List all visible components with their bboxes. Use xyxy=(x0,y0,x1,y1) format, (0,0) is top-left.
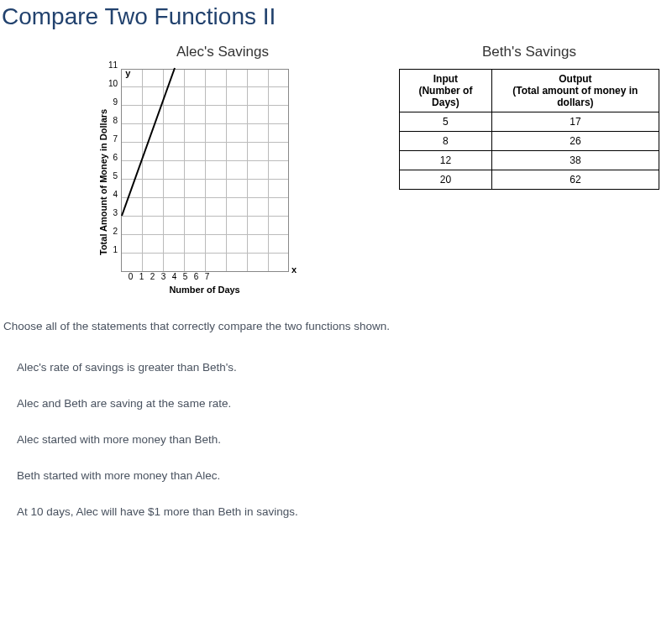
y-tick: 1 xyxy=(108,250,118,269)
answer-option[interactable]: Alec's rate of savings is greater than B… xyxy=(17,349,672,385)
question-prompt: Choose all of the statements that correc… xyxy=(3,320,672,332)
x-tick: 7 xyxy=(192,272,213,281)
data-line xyxy=(122,68,175,216)
y-tick: 5 xyxy=(108,176,118,195)
answer-option[interactable]: At 10 days, Alec will have $1 more than … xyxy=(17,494,672,530)
y-tick: 7 xyxy=(108,139,118,158)
y-tick: 8 xyxy=(108,121,118,139)
table-row: 12 38 xyxy=(400,151,659,170)
y-tick: 2 xyxy=(108,232,118,250)
table-row: 20 62 xyxy=(400,170,659,190)
y-tick: 11 xyxy=(108,65,118,84)
table-cell: 17 xyxy=(491,112,659,132)
y-axis-label: Total Amount of Money in Dollars xyxy=(97,69,108,295)
y-tick: 9 xyxy=(108,102,118,121)
content-row: Alec's Savings Total Amount of Money in … xyxy=(0,44,672,295)
right-column: Beth's Savings Input (Number of Days) Ou… xyxy=(399,44,659,190)
table-cell: 20 xyxy=(400,170,492,190)
y-tick: 10 xyxy=(108,84,118,102)
answer-option[interactable]: Alec and Beth are saving at the same rat… xyxy=(17,385,672,421)
table-row: 8 26 xyxy=(400,132,659,151)
answer-option[interactable]: Alec started with more money than Beth. xyxy=(17,421,672,458)
table-cell: 26 xyxy=(491,132,659,151)
table-cell: 5 xyxy=(400,112,492,132)
x-axis-letter: x xyxy=(291,264,297,275)
y-tick: 4 xyxy=(108,195,118,213)
left-column: Alec's Savings Total Amount of Money in … xyxy=(97,44,349,295)
right-heading: Beth's Savings xyxy=(399,44,659,60)
answer-option[interactable]: Beth started with more money than Alec. xyxy=(17,458,672,494)
table-row: 5 17 xyxy=(400,112,659,132)
x-ticks: 0 1 2 3 4 5 6 7 xyxy=(120,272,289,281)
page-title: Compare Two Functions II xyxy=(2,3,672,30)
chart: Total Amount of Money in Dollars 1 2 3 4… xyxy=(97,69,349,295)
y-tick: 3 xyxy=(108,213,118,232)
table-header: Output (Total amount of money in dollars… xyxy=(491,70,659,112)
y-tick: 6 xyxy=(108,158,118,176)
left-heading: Alec's Savings xyxy=(97,44,349,60)
answer-list: Alec's rate of savings is greater than B… xyxy=(17,349,672,530)
data-table: Input (Number of Days) Output (Total amo… xyxy=(399,69,659,190)
plot-area: y x xyxy=(121,69,289,272)
table-cell: 12 xyxy=(400,151,492,170)
table-header: Input (Number of Days) xyxy=(400,70,492,112)
table-cell: 8 xyxy=(400,132,492,151)
x-axis-label: Number of Days xyxy=(120,285,289,295)
svg-line-0 xyxy=(122,68,175,216)
y-ticks: 1 2 3 4 5 6 7 8 9 10 11 xyxy=(108,69,121,272)
table-cell: 38 xyxy=(491,151,659,170)
table-cell: 62 xyxy=(491,170,659,190)
